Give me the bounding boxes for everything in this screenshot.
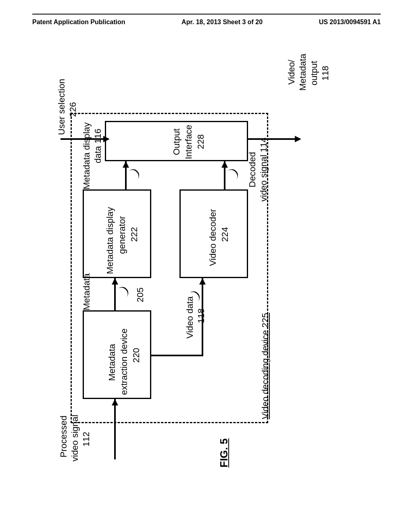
metadata-extraction-l2: extraction device [119,328,129,395]
label-output-num: 118 [320,66,331,81]
label-metadata-num: 205 [135,287,146,302]
output-interface-l1: Output [171,129,182,155]
label-user-selection-num: 226 [68,102,78,117]
metadata-display-gen-l2: generator [117,216,127,254]
line-video-data-v1 [150,355,203,356]
arrow-output [248,138,296,140]
container-label: Video decoding device 225 [260,313,271,419]
label-decoded-l2: video signal 114 [259,137,269,202]
label-video-data-num: 118 [196,308,206,323]
arrowhead-decoded [221,161,228,168]
label-metadata-l1: Metadata [81,273,92,310]
label-processed-num: 112 [81,432,92,447]
diagram-canvas: Video decoding device 225 Metadata extra… [0,0,413,532]
label-user-selection-l1: User selection [56,79,67,135]
video-decoder-num: 224 [220,227,230,242]
arrowhead-metadata-display-data [123,161,129,168]
arrowhead-processed-in [112,399,118,405]
page: Patent Application Publication Apr. 18, … [0,0,413,532]
arrow-processed-in [114,399,116,459]
video-decoder-l1: Video decoder [208,209,218,266]
label-mdd-l2: data 116 [93,129,103,163]
metadata-display-gen-num: 222 [129,227,140,242]
label-output-l1: Video/ [286,60,297,85]
label-mdd-l1: Metadata display [81,123,92,189]
arrowhead-metadata [112,278,118,285]
label-processed-l2: video signal [70,415,80,461]
label-decoded-l1: Decoded [247,152,258,187]
label-output-l2: Metadata [298,54,308,91]
metadata-extraction-num: 220 [131,348,142,363]
arrowhead-output [295,136,301,142]
label-video-data-l1: Video data [185,296,195,339]
label-output-l3: output [309,61,319,85]
label-processed-l1: Processed [58,416,69,457]
figure-label: FIG. 5 [218,438,230,468]
output-interface-num: 228 [196,134,206,149]
output-interface-l2: Interface [184,125,194,159]
metadata-extraction-l1: Metadata [107,344,117,381]
arrowhead-user-selection [103,136,110,142]
metadata-display-gen-l1: Metadata display [105,207,115,274]
arrowhead-video-data [199,278,206,285]
